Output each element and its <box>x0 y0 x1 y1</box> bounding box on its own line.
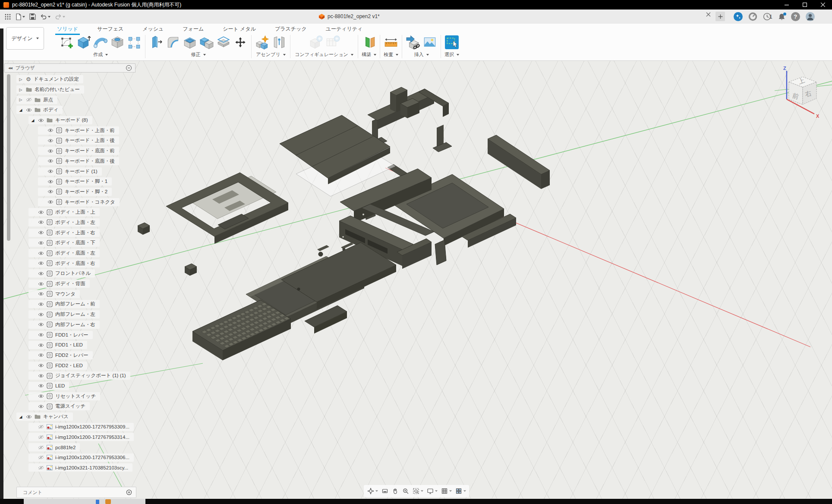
undo-button[interactable] <box>40 14 50 20</box>
tree-row[interactable]: LED <box>3 381 146 391</box>
group-label-inspect[interactable]: 検査 <box>384 51 398 58</box>
fit-icon[interactable] <box>412 488 424 495</box>
eye-icon[interactable] <box>47 200 54 204</box>
tree-row[interactable]: マウンタ <box>3 289 146 299</box>
add-comment-icon[interactable] <box>126 489 132 495</box>
eye-icon[interactable] <box>47 139 54 143</box>
close-window-button[interactable] <box>814 0 832 9</box>
move-copy-icon[interactable] <box>233 35 248 50</box>
ribbon-tab[interactable]: フォーム <box>182 25 205 34</box>
tree-row[interactable]: 内部フレーム・左 <box>3 309 146 320</box>
eye-icon[interactable] <box>47 180 54 184</box>
eye-off-icon[interactable] <box>38 445 44 450</box>
group-label-create[interactable]: 作成 <box>93 51 108 58</box>
workspace-selector[interactable]: デザイン <box>6 27 44 50</box>
eye-icon[interactable] <box>26 415 32 419</box>
tree-row[interactable]: キーボード・コネクタ <box>3 197 146 207</box>
eye-icon[interactable] <box>47 128 54 132</box>
select-icon[interactable] <box>444 35 459 50</box>
ribbon-tab[interactable]: シート メタル <box>222 25 257 34</box>
minimize-window-button[interactable] <box>778 0 796 9</box>
pattern-icon[interactable] <box>127 35 142 50</box>
look-at-icon[interactable] <box>381 488 389 495</box>
eye-icon[interactable] <box>38 271 44 276</box>
fillet-icon[interactable] <box>166 35 180 50</box>
tree-row[interactable]: キーボード (1) <box>3 166 146 176</box>
job-status-icon[interactable] <box>748 12 757 21</box>
tree-row[interactable]: FDD2・LED <box>3 360 146 371</box>
taskbar-app-icon-2[interactable] <box>105 499 111 504</box>
ribbon-tab[interactable]: サーフェス <box>96 25 124 34</box>
eye-icon[interactable] <box>47 169 54 173</box>
ribbon-tab[interactable]: ユーティリティ <box>325 25 364 34</box>
group-label-configuration[interactable]: コンフィギュレーション <box>295 51 353 58</box>
notifications-button[interactable] <box>778 13 785 21</box>
extrude-icon[interactable] <box>76 35 91 50</box>
sweep-icon[interactable] <box>93 35 108 50</box>
tree-row[interactable]: ボディ・底面・右 <box>3 258 146 268</box>
file-menu-button[interactable] <box>16 13 25 20</box>
tree-row[interactable]: キーボード・上面・後 <box>3 135 146 146</box>
app-menu-icon[interactable] <box>4 13 11 20</box>
save-icon[interactable] <box>29 13 36 20</box>
collapse-arrow-icon[interactable]: ◢ <box>18 108 23 112</box>
eye-icon[interactable] <box>38 374 44 378</box>
viewcube[interactable]: 上 前 右 Z X <box>775 64 832 124</box>
press-pull-icon[interactable] <box>149 35 164 50</box>
configure-icon[interactable] <box>309 35 323 50</box>
collapse-arrow-icon[interactable]: ◢ <box>30 118 35 123</box>
group-label-construct[interactable]: 構築 <box>362 51 376 58</box>
eye-off-icon[interactable] <box>26 98 32 102</box>
eye-icon[interactable] <box>38 118 44 123</box>
tree-row[interactable]: FDD1・レバー <box>3 330 146 340</box>
orbit-icon[interactable] <box>366 488 379 495</box>
new-tab-button[interactable] <box>715 12 725 21</box>
tree-row[interactable]: ◢ キャンバス <box>3 412 146 422</box>
document-tab[interactable]: pc-8801fe2_open2 v1* <box>318 9 380 23</box>
offset-face-icon[interactable] <box>216 35 231 50</box>
eye-icon[interactable] <box>38 230 44 235</box>
tree-row[interactable]: ボディ・上面・上 <box>3 207 146 217</box>
eye-icon[interactable] <box>38 404 44 409</box>
eye-icon[interactable] <box>38 343 44 347</box>
eye-icon[interactable] <box>38 302 44 306</box>
group-label-modify[interactable]: 修正 <box>191 51 206 58</box>
ribbon-tab[interactable]: プラスチック <box>274 25 308 34</box>
tree-row[interactable]: i-img1200x1200-172767953309... <box>3 422 146 432</box>
eye-icon[interactable] <box>38 353 44 357</box>
tree-row[interactable]: ボディ・底面・左 <box>3 248 146 258</box>
eye-icon[interactable] <box>38 312 44 317</box>
eye-off-icon[interactable] <box>38 425 44 429</box>
insert-derive-icon[interactable] <box>406 35 420 50</box>
group-label-insert[interactable]: 挿入 <box>414 51 429 58</box>
ribbon-tab[interactable]: ソリッド <box>56 25 79 34</box>
tree-row[interactable]: ▷⚙ドキュメントの設定 <box>3 74 146 85</box>
combine-icon[interactable] <box>199 35 214 50</box>
eye-icon[interactable] <box>47 149 54 153</box>
eye-icon[interactable] <box>38 220 44 224</box>
eye-off-icon[interactable] <box>38 466 44 470</box>
eye-off-icon[interactable] <box>38 435 44 439</box>
eye-icon[interactable] <box>38 333 44 337</box>
tree-row[interactable]: ボディ・底面・下 <box>3 238 146 248</box>
collapse-panel-icon[interactable]: ◀◀ <box>8 66 12 70</box>
eye-icon[interactable] <box>38 384 44 388</box>
help-icon[interactable]: ? <box>791 12 800 21</box>
tree-row[interactable]: キーボード・上面・前 <box>3 125 146 135</box>
tree-row[interactable]: ボディ・上面・左 <box>3 217 146 228</box>
joint-icon[interactable] <box>272 35 287 50</box>
eye-icon[interactable] <box>38 251 44 255</box>
history-button[interactable]: 1 <box>763 13 772 21</box>
eye-icon[interactable] <box>38 282 44 286</box>
collapse-arrow-icon[interactable]: ◢ <box>18 415 23 419</box>
tree-row[interactable]: ボディ・背面 <box>3 279 146 289</box>
tree-row[interactable]: ジョイスティックポート (1) (1) <box>3 371 146 381</box>
group-label-select[interactable]: 選択 <box>444 51 459 58</box>
taskbar-app-icon[interactable] <box>96 500 99 504</box>
construction-plane-icon[interactable] <box>362 35 376 50</box>
tree-row[interactable]: FDD2・レバー <box>3 350 146 361</box>
tree-row[interactable]: FDD1・LED <box>3 340 146 350</box>
tree-row[interactable]: 内部フレーム・右 <box>3 320 146 330</box>
tree-row[interactable]: ◢ ボディ <box>3 105 146 115</box>
close-document-icon[interactable] <box>706 12 711 17</box>
